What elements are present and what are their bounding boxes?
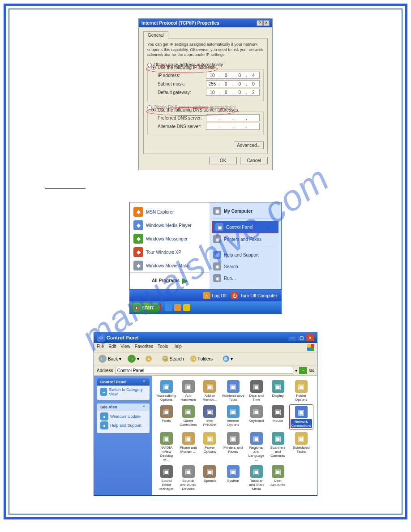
control-panel-icon[interactable]: ▣Mouse: [268, 404, 288, 429]
system-icon: ▣: [213, 207, 221, 215]
start-menu: ◆MSN Explorer◆Windows Media Player◆Windo…: [129, 202, 282, 314]
start-menu-item[interactable]: ◆Windows Messenger: [130, 232, 210, 245]
quicklaunch-outlook-icon[interactable]: [174, 304, 181, 311]
control-panel-icon[interactable]: ▣Add Hardware: [178, 379, 199, 403]
switch-category-view-link[interactable]: ↔ Switch to Category View: [100, 387, 146, 396]
applet-label: Phone and Modem ...: [179, 446, 198, 454]
start-menu-item[interactable]: ▣Search: [210, 261, 281, 272]
control-panel-icon[interactable]: ▣System: [221, 464, 245, 492]
help-button[interactable]: ?: [257, 20, 263, 26]
radio-icon: [151, 65, 156, 70]
menu-item[interactable]: Help: [172, 344, 182, 349]
start-menu-item[interactable]: ◆Windows Movie Maker: [130, 259, 210, 272]
control-panel-icon[interactable]: ▣Intel PROSet: [200, 404, 220, 429]
start-button[interactable]: start: [130, 303, 160, 313]
input-alternate-dns[interactable]: ...: [206, 123, 260, 130]
forward-button[interactable]: → ▾: [126, 354, 141, 364]
close-button[interactable]: ×: [263, 20, 270, 26]
start-menu-item[interactable]: ◆Tour Windows XP: [130, 245, 210, 259]
applet-icon: ▣: [272, 432, 284, 445]
log-off-button[interactable]: ⎋ Log Off: [203, 292, 227, 299]
start-menu-item[interactable]: ◆Windows Media Player: [130, 219, 210, 232]
link-icon: ●: [100, 412, 108, 420]
arrow-right-icon: ▶: [182, 276, 188, 285]
control-panel-icon[interactable]: ▣NVIDIA nView Desktop M...: [156, 431, 177, 463]
control-panel-icon[interactable]: ▣Scheduled Tasks: [289, 431, 313, 463]
collapse-icon[interactable]: ⌃: [142, 405, 146, 409]
applet-label: Add or Remov...: [201, 394, 219, 402]
tab-general[interactable]: General: [143, 31, 168, 39]
applet-label: User Accounts: [269, 479, 287, 487]
ok-button[interactable]: OK: [209, 157, 237, 164]
control-panel-icon[interactable]: ▣Internet Options: [221, 404, 245, 429]
control-panel-icon[interactable]: ▣Printers and Faxes: [221, 431, 245, 463]
see-also-link[interactable]: ●Windows Update: [100, 412, 146, 420]
control-panel-icon[interactable]: ▣Display: [268, 379, 288, 403]
control-panel-icon[interactable]: ▣Add or Remov...: [200, 379, 220, 403]
close-button[interactable]: ×: [306, 334, 314, 341]
control-panel-icon[interactable]: ▣Keyboard: [246, 404, 267, 429]
control-panel-icon[interactable]: ▣Fonts: [156, 404, 177, 429]
control-panel-icon[interactable]: ▣Phone and Modem ...: [178, 431, 199, 463]
start-menu-item[interactable]: ▣My Computer: [210, 205, 281, 217]
menu-item[interactable]: View: [120, 344, 130, 349]
control-panel-icon[interactable]: ▣Speech: [200, 464, 220, 492]
control-panel-icon[interactable]: ▣Date and Time: [246, 379, 267, 403]
applet-icon: ▣: [272, 380, 284, 393]
go-button[interactable]: →: [299, 367, 307, 374]
search-button[interactable]: 🔍 Search: [160, 355, 186, 363]
radio-use-following-ip[interactable]: Use the following IP address:: [151, 65, 260, 70]
applet-label: Speech: [201, 479, 219, 483]
menu-item[interactable]: Edit: [108, 344, 116, 349]
control-panel-icon[interactable]: ▣Regional and Language ...: [246, 431, 267, 463]
applet-label: Scanners and Cameras: [269, 446, 287, 458]
turn-off-computer-button[interactable]: ⏻ Turn Off Computer: [231, 292, 277, 299]
minimize-button[interactable]: —: [288, 334, 296, 341]
input-subnet-mask[interactable]: 255. 0. 0. 0: [206, 80, 260, 87]
control-panel-icon[interactable]: ▣Sound Effect Manager: [156, 464, 177, 492]
collapse-icon[interactable]: ⌃: [142, 380, 146, 384]
input-default-gateway[interactable]: 10. 0. 0. 2: [206, 89, 260, 96]
applet-label: Mouse: [269, 419, 287, 423]
radio-use-following-dns[interactable]: Use the following DNS server addresses:: [151, 107, 260, 112]
advanced-button[interactable]: Advanced...: [234, 142, 264, 149]
applet-icon: ▣: [160, 432, 173, 445]
dropdown-arrow-icon[interactable]: ▾: [295, 368, 297, 373]
folders-button[interactable]: 🗀 Folders: [188, 355, 214, 363]
see-also-link[interactable]: ●Help and Support: [100, 421, 146, 429]
start-menu-item-selected[interactable]: ▣Control Panel: [212, 221, 278, 233]
input-preferred-dns[interactable]: ...: [206, 114, 260, 121]
applet-icon: ▣: [203, 405, 216, 418]
menu-item[interactable]: Tools: [158, 344, 168, 349]
control-panel-icon[interactable]: ▣Sounds and Audio Devices: [178, 464, 199, 492]
start-menu-left-column: ◆MSN Explorer◆Windows Media Player◆Windo…: [130, 202, 210, 289]
control-panel-icon[interactable]: ▣Power Options: [200, 431, 220, 463]
start-menu-item[interactable]: ◆MSN Explorer: [130, 205, 210, 219]
control-panel-icon-selected[interactable]: ▣Network Connections: [289, 404, 313, 429]
views-button[interactable]: ▦ ▾: [221, 355, 235, 363]
start-menu-item[interactable]: ▣Run...: [210, 272, 281, 284]
cancel-button[interactable]: Cancel: [240, 157, 268, 164]
applet-label: Internet Options: [222, 419, 244, 427]
start-menu-item[interactable]: ▣Help and Support: [210, 249, 281, 261]
control-panel-icon[interactable]: ▣Accessibility Options: [156, 379, 177, 403]
control-panel-icon[interactable]: ▣Scanners and Cameras: [268, 431, 288, 463]
control-panel-icon[interactable]: ▣Folder Options: [289, 379, 313, 403]
dropdown-arrow-icon: ▾: [119, 356, 121, 361]
control-panel-icon[interactable]: ▣Taskbar and Start Menu: [246, 464, 267, 492]
start-menu-item[interactable]: ▣Printers and Faxes: [210, 233, 281, 245]
all-programs-button[interactable]: All Programs ▶: [130, 272, 210, 287]
quicklaunch-media-icon[interactable]: [183, 304, 190, 311]
applet-icon: ▣: [182, 405, 195, 418]
menu-item[interactable]: Favorites: [135, 344, 153, 349]
menu-item[interactable]: File: [97, 344, 104, 349]
control-panel-icon[interactable]: ▣User Accounts: [268, 464, 288, 492]
input-ip-address[interactable]: 10. 0. 0. 4: [206, 72, 260, 79]
control-panel-icon[interactable]: ▣Game Controllers: [178, 404, 199, 429]
back-button[interactable]: ← Back ▾: [97, 354, 123, 364]
up-button[interactable]: ▲: [144, 355, 154, 363]
control-panel-icon[interactable]: ▣Administrative Tools: [221, 379, 245, 403]
maximize-button[interactable]: ▢: [297, 334, 305, 341]
address-input[interactable]: [115, 367, 293, 374]
quicklaunch-ie-icon[interactable]: [165, 304, 172, 311]
